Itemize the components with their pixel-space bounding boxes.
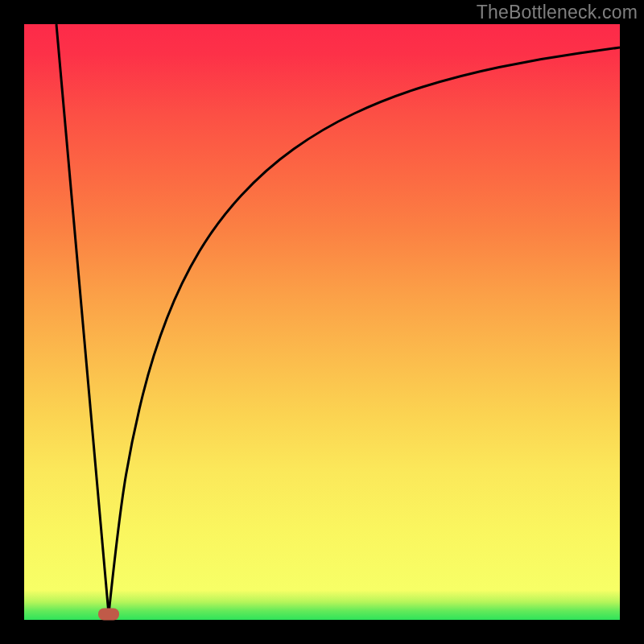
watermark-text: TheBottleneck.com (477, 2, 638, 23)
chart-frame: TheBottleneck.com (0, 0, 644, 644)
curve-right-branch (109, 47, 620, 614)
curve-layer (24, 24, 620, 620)
curve-left-branch (56, 24, 109, 614)
plot-area (24, 24, 620, 620)
minimum-marker (98, 609, 119, 621)
